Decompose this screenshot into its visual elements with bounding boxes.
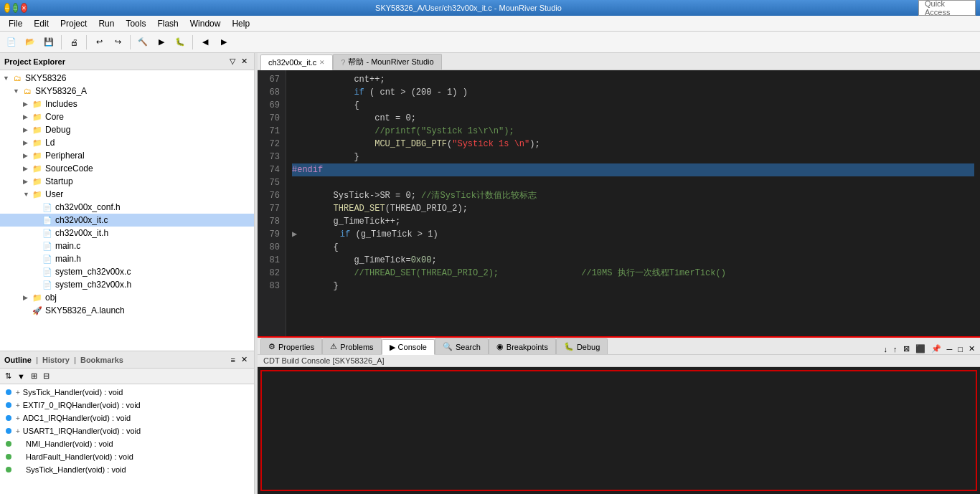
outline-label-5: HardFault_Handler(void) : void	[26, 452, 133, 461]
outline-expand[interactable]: ⊞	[29, 371, 39, 381]
tree-label-2: Includes	[45, 99, 77, 109]
debug-button[interactable]: 🐛	[171, 34, 189, 51]
code-content[interactable]: cnt++; if ( cnt > (200 - 1) ) { cnt = 0;…	[286, 70, 980, 336]
menu-project[interactable]: Project	[55, 17, 93, 30]
console-output	[260, 370, 977, 491]
toolbar-separator-4	[192, 35, 193, 49]
console-pin[interactable]: 📌	[929, 343, 943, 354]
tree-icon-3: 📁	[32, 111, 43, 123]
console-clear[interactable]: ⊠	[901, 343, 912, 354]
back-button[interactable]: ◀	[197, 34, 214, 51]
menu-run[interactable]: Run	[93, 17, 120, 30]
menu-tools[interactable]: Tools	[120, 17, 151, 30]
forward-button[interactable]: ▶	[215, 34, 232, 51]
tree-item-5[interactable]: ▶ 📁 Ld	[0, 136, 254, 149]
tree-item-12[interactable]: 📄 ch32v00x_it.h	[0, 227, 254, 239]
outline-item-0[interactable]: + SysTick_Handler(void) : void	[0, 386, 254, 399]
outline-item-4[interactable]: NMI_Handler(void) : void	[0, 437, 254, 450]
history-tab[interactable]: History	[42, 356, 70, 364]
titlebar: ─ □ ✕ SKY58326_A/User/ch32v00x_it.c - Mo…	[0, 0, 980, 16]
project-explorer-tabs: Project Explorer	[4, 57, 65, 66]
tree-arrow-0: ▼	[3, 75, 11, 82]
tree-item-3[interactable]: ▶ 📁 Core	[0, 110, 254, 123]
outline-tab[interactable]: Outline	[4, 356, 32, 364]
editor-tab-0-close[interactable]: ✕	[319, 59, 325, 66]
outline-collapse[interactable]: ⊟	[41, 371, 52, 381]
editor-tab-0[interactable]: ch32v00x_it.c ✕	[260, 54, 333, 70]
tree-label-7: SourceCode	[45, 163, 93, 174]
tree-item-18[interactable]: 🚀 SKY58326_A.launch	[0, 304, 254, 317]
open-button[interactable]: 📂	[22, 34, 39, 51]
tree-item-10[interactable]: 📄 ch32v00x_conf.h	[0, 201, 254, 214]
tab-problems[interactable]: ⚠ Problems	[322, 338, 381, 354]
menu-edit[interactable]: Edit	[28, 17, 55, 30]
new-button[interactable]: 📄	[3, 34, 20, 51]
quick-access-input[interactable]: Quick Access	[918, 0, 976, 16]
outline-toolbar-btn[interactable]: ≡	[229, 354, 237, 365]
outline-item-2[interactable]: + ADC1_IRQHandler(void) : void	[0, 412, 254, 424]
tab-breakpoints[interactable]: ◉ Breakpoints	[489, 338, 556, 354]
project-explorer-collapse[interactable]: ▽	[227, 56, 237, 67]
outline-item-5[interactable]: HardFault_Handler(void) : void	[0, 450, 254, 463]
tree-item-11[interactable]: 📄 ch32v00x_it.c	[0, 214, 254, 227]
build-button[interactable]: 🔨	[134, 34, 151, 51]
menu-flash[interactable]: Flash	[151, 17, 184, 30]
editor-tab-1[interactable]: ? 帮助 - MounRiver Studio	[333, 54, 441, 70]
console-stop[interactable]: ⬛	[913, 343, 928, 354]
code-line-75	[292, 176, 974, 189]
menu-file[interactable]: File	[3, 17, 28, 30]
tree-item-15[interactable]: 📄 system_ch32v00x.c	[0, 265, 254, 278]
console-minimize[interactable]: ─	[945, 344, 955, 354]
editor-tabs: ch32v00x_it.c ✕ ? 帮助 - MounRiver Studio	[258, 53, 980, 70]
menu-window[interactable]: Window	[184, 17, 227, 30]
tree-item-16[interactable]: 📄 system_ch32v00x.h	[0, 278, 254, 291]
tree-arrow-8: ▶	[23, 178, 32, 185]
outline-sort[interactable]: ⇅	[3, 371, 14, 381]
console-scroll-down[interactable]: ↓	[882, 344, 890, 354]
tree-label-18: SKY58326_A.launch	[45, 305, 125, 315]
tree-label-15: system_ch32v00x.c	[55, 267, 131, 277]
bookmarks-tab[interactable]: Bookmarks	[80, 356, 123, 364]
outline-item-6[interactable]: SysTick_Handler(void) : void	[0, 463, 254, 476]
tree-item-2[interactable]: ▶ 📁 Includes	[0, 98, 254, 110]
tree-item-6[interactable]: ▶ 📁 Peripheral	[0, 149, 254, 162]
tree-item-14[interactable]: 📄 main.h	[0, 252, 254, 265]
print-button[interactable]: 🖨	[65, 34, 83, 51]
redo-button[interactable]: ↪	[109, 34, 126, 51]
menu-help[interactable]: Help	[226, 17, 255, 30]
code-editor[interactable]: 6768697071727374757677787980818283 cnt++…	[258, 70, 980, 336]
outline-item-3[interactable]: + USART1_IRQHandler(void) : void	[0, 424, 254, 437]
tree-item-4[interactable]: ▶ 📁 Debug	[0, 123, 254, 136]
minimize-button[interactable]: ─	[4, 3, 10, 13]
tree-icon-5: 📁	[32, 137, 43, 148]
tab-debug[interactable]: 🐛 Debug	[556, 338, 608, 354]
tree-item-1[interactable]: ▼ 🗂 SKY58326_A	[0, 85, 254, 98]
console-maximize[interactable]: □	[956, 344, 965, 354]
tree-item-8[interactable]: ▶ 📁 Startup	[0, 175, 254, 188]
save-button[interactable]: 💾	[40, 34, 57, 51]
console-scroll-up[interactable]: ↑	[891, 344, 900, 354]
tree-item-9[interactable]: ▼ 📁 User	[0, 188, 254, 201]
line-num-71: 71	[263, 125, 280, 138]
help-icon: ?	[341, 58, 345, 67]
console-close[interactable]: ✕	[966, 343, 977, 354]
maximize-button[interactable]: □	[13, 3, 18, 13]
tab-search[interactable]: 🔍 Search	[435, 338, 489, 354]
tree-item-13[interactable]: 📄 main.c	[0, 239, 254, 252]
tab-console[interactable]: ▶ Console	[382, 339, 435, 355]
outline-filter[interactable]: ▼	[15, 371, 27, 381]
tab-properties[interactable]: ⚙ Properties	[260, 338, 322, 354]
tree-label-6: Peripheral	[45, 151, 85, 161]
toolbar: 📄 📂 💾 🖨 ↩ ↪ 🔨 ▶ 🐛 ◀ ▶	[0, 32, 980, 53]
tree-item-17[interactable]: ▶ 📁 obj	[0, 291, 254, 304]
outline-dot-2	[6, 415, 11, 421]
outline-dot-6	[6, 467, 11, 472]
outline-item-1[interactable]: + EXTI7_0_IRQHandler(void) : void	[0, 399, 254, 412]
outline-close[interactable]: ✕	[239, 354, 250, 365]
undo-button[interactable]: ↩	[90, 34, 108, 51]
run-button[interactable]: ▶	[153, 34, 170, 51]
tree-item-7[interactable]: ▶ 📁 SourceCode	[0, 162, 254, 175]
tree-item-0[interactable]: ▼ 🗂 SKY58326	[0, 72, 254, 85]
code-line-68: if ( cnt > (200 - 1) )	[292, 86, 974, 99]
project-explorer-close[interactable]: ✕	[239, 56, 250, 67]
